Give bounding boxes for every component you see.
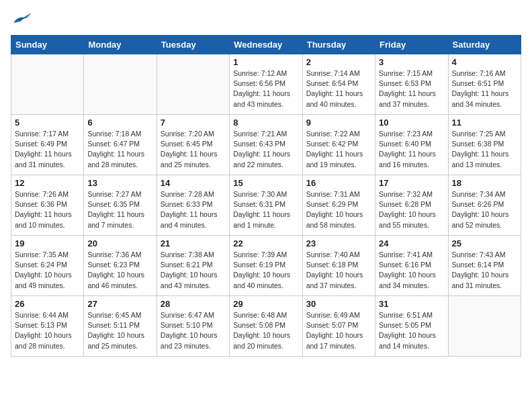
col-header-tuesday: Tuesday (157, 36, 229, 54)
logo-icon (11, 11, 32, 27)
col-header-friday: Friday (375, 36, 448, 54)
day-info: Sunrise: 7:35 AM Sunset: 6:24 PM Dayligh… (15, 250, 80, 291)
week-row-5: 26Sunrise: 6:44 AM Sunset: 5:13 PM Dayli… (11, 296, 521, 357)
day-number: 5 (15, 118, 80, 128)
calendar-cell: 13Sunrise: 7:27 AM Sunset: 6:35 PM Dayli… (84, 175, 157, 236)
calendar-cell: 10Sunrise: 7:23 AM Sunset: 6:40 PM Dayli… (375, 115, 448, 175)
day-number: 10 (379, 118, 444, 128)
day-info: Sunrise: 6:49 AM Sunset: 5:07 PM Dayligh… (306, 310, 371, 351)
col-header-monday: Monday (84, 36, 157, 54)
day-info: Sunrise: 6:47 AM Sunset: 5:10 PM Dayligh… (161, 310, 226, 351)
day-number: 30 (306, 299, 371, 309)
day-info: Sunrise: 7:17 AM Sunset: 6:49 PM Dayligh… (15, 129, 80, 170)
day-info: Sunrise: 7:21 AM Sunset: 6:43 PM Dayligh… (233, 129, 298, 170)
day-info: Sunrise: 7:30 AM Sunset: 6:31 PM Dayligh… (233, 189, 298, 230)
day-info: Sunrise: 7:12 AM Sunset: 6:56 PM Dayligh… (233, 68, 298, 109)
day-number: 26 (15, 299, 80, 309)
week-row-3: 12Sunrise: 7:26 AM Sunset: 6:36 PM Dayli… (11, 175, 521, 236)
day-number: 25 (452, 238, 517, 248)
calendar-cell: 25Sunrise: 7:43 AM Sunset: 6:14 PM Dayli… (448, 236, 521, 296)
day-number: 28 (161, 299, 226, 309)
day-number: 23 (306, 238, 371, 248)
calendar-cell: 22Sunrise: 7:39 AM Sunset: 6:19 PM Dayli… (230, 236, 302, 296)
day-info: Sunrise: 7:28 AM Sunset: 6:33 PM Dayligh… (161, 189, 226, 230)
calendar-cell: 26Sunrise: 6:44 AM Sunset: 5:13 PM Dayli… (11, 296, 84, 357)
calendar-cell: 7Sunrise: 7:20 AM Sunset: 6:45 PM Daylig… (157, 115, 229, 175)
day-number: 31 (379, 299, 444, 309)
day-info: Sunrise: 7:39 AM Sunset: 6:19 PM Dayligh… (233, 250, 298, 291)
calendar-cell: 16Sunrise: 7:31 AM Sunset: 6:29 PM Dayli… (302, 175, 375, 236)
calendar-cell: 23Sunrise: 7:40 AM Sunset: 6:18 PM Dayli… (302, 236, 375, 296)
col-header-wednesday: Wednesday (230, 36, 302, 54)
day-number: 20 (87, 238, 152, 248)
calendar-cell: 3Sunrise: 7:15 AM Sunset: 6:53 PM Daylig… (375, 54, 448, 115)
calendar-cell: 2Sunrise: 7:14 AM Sunset: 6:54 PM Daylig… (302, 54, 375, 115)
calendar-cell: 24Sunrise: 7:41 AM Sunset: 6:16 PM Dayli… (375, 236, 448, 296)
day-number: 21 (161, 238, 226, 248)
day-number: 17 (379, 178, 444, 188)
day-info: Sunrise: 6:48 AM Sunset: 5:08 PM Dayligh… (233, 310, 298, 351)
calendar-cell (448, 296, 521, 357)
calendar-cell: 5Sunrise: 7:17 AM Sunset: 6:49 PM Daylig… (11, 115, 84, 175)
calendar-cell: 27Sunrise: 6:45 AM Sunset: 5:11 PM Dayli… (84, 296, 157, 357)
day-info: Sunrise: 7:23 AM Sunset: 6:40 PM Dayligh… (379, 129, 444, 170)
day-info: Sunrise: 7:18 AM Sunset: 6:47 PM Dayligh… (87, 129, 152, 170)
day-info: Sunrise: 7:16 AM Sunset: 6:51 PM Dayligh… (452, 68, 517, 109)
calendar-cell (11, 54, 84, 115)
day-number: 4 (452, 57, 517, 67)
day-number: 22 (233, 238, 298, 248)
day-number: 27 (87, 299, 152, 309)
calendar-cell: 29Sunrise: 6:48 AM Sunset: 5:08 PM Dayli… (230, 296, 302, 357)
day-number: 9 (306, 118, 371, 128)
col-header-thursday: Thursday (302, 36, 375, 54)
calendar-cell: 14Sunrise: 7:28 AM Sunset: 6:33 PM Dayli… (157, 175, 229, 236)
week-row-1: 1Sunrise: 7:12 AM Sunset: 6:56 PM Daylig… (11, 54, 521, 115)
day-number: 19 (15, 238, 80, 248)
calendar-cell: 1Sunrise: 7:12 AM Sunset: 6:56 PM Daylig… (230, 54, 302, 115)
calendar-table: SundayMondayTuesdayWednesdayThursdayFrid… (11, 35, 521, 357)
day-info: Sunrise: 7:34 AM Sunset: 6:26 PM Dayligh… (452, 189, 517, 230)
day-info: Sunrise: 7:41 AM Sunset: 6:16 PM Dayligh… (379, 250, 444, 291)
calendar-cell: 4Sunrise: 7:16 AM Sunset: 6:51 PM Daylig… (448, 54, 521, 115)
day-number: 13 (87, 178, 152, 188)
day-info: Sunrise: 7:25 AM Sunset: 6:38 PM Dayligh… (452, 129, 517, 170)
day-info: Sunrise: 7:38 AM Sunset: 6:21 PM Dayligh… (161, 250, 226, 291)
day-info: Sunrise: 7:40 AM Sunset: 6:18 PM Dayligh… (306, 250, 371, 291)
day-info: Sunrise: 7:43 AM Sunset: 6:14 PM Dayligh… (452, 250, 517, 291)
day-info: Sunrise: 7:31 AM Sunset: 6:29 PM Dayligh… (306, 189, 371, 230)
day-info: Sunrise: 7:14 AM Sunset: 6:54 PM Dayligh… (306, 68, 371, 109)
day-number: 6 (87, 118, 152, 128)
calendar-cell: 28Sunrise: 6:47 AM Sunset: 5:10 PM Dayli… (157, 296, 229, 357)
calendar-cell: 21Sunrise: 7:38 AM Sunset: 6:21 PM Dayli… (157, 236, 229, 296)
day-info: Sunrise: 7:36 AM Sunset: 6:23 PM Dayligh… (87, 250, 152, 291)
day-number: 14 (161, 178, 226, 188)
calendar-cell: 31Sunrise: 6:51 AM Sunset: 5:05 PM Dayli… (375, 296, 448, 357)
day-info: Sunrise: 7:32 AM Sunset: 6:28 PM Dayligh… (379, 189, 444, 230)
day-info: Sunrise: 7:27 AM Sunset: 6:35 PM Dayligh… (87, 189, 152, 230)
day-number: 7 (161, 118, 226, 128)
calendar-cell (84, 54, 157, 115)
day-number: 16 (306, 178, 371, 188)
day-info: Sunrise: 6:45 AM Sunset: 5:11 PM Dayligh… (87, 310, 152, 351)
calendar-cell: 12Sunrise: 7:26 AM Sunset: 6:36 PM Dayli… (11, 175, 84, 236)
day-info: Sunrise: 6:51 AM Sunset: 5:05 PM Dayligh… (379, 310, 444, 351)
day-number: 29 (233, 299, 298, 309)
day-number: 3 (379, 57, 444, 67)
day-number: 24 (379, 238, 444, 248)
day-number: 15 (233, 178, 298, 188)
calendar-cell: 11Sunrise: 7:25 AM Sunset: 6:38 PM Dayli… (448, 115, 521, 175)
calendar-cell: 17Sunrise: 7:32 AM Sunset: 6:28 PM Dayli… (375, 175, 448, 236)
day-number: 12 (15, 178, 80, 188)
day-number: 2 (306, 57, 371, 67)
calendar-cell: 18Sunrise: 7:34 AM Sunset: 6:26 PM Dayli… (448, 175, 521, 236)
day-number: 8 (233, 118, 298, 128)
logo (11, 11, 34, 27)
day-number: 1 (233, 57, 298, 67)
calendar-cell: 6Sunrise: 7:18 AM Sunset: 6:47 PM Daylig… (84, 115, 157, 175)
day-info: Sunrise: 7:22 AM Sunset: 6:42 PM Dayligh… (306, 129, 371, 170)
calendar-cell: 15Sunrise: 7:30 AM Sunset: 6:31 PM Dayli… (230, 175, 302, 236)
calendar-cell (157, 54, 229, 115)
calendar-header-row: SundayMondayTuesdayWednesdayThursdayFrid… (11, 36, 521, 54)
week-row-2: 5Sunrise: 7:17 AM Sunset: 6:49 PM Daylig… (11, 115, 521, 175)
day-info: Sunrise: 7:20 AM Sunset: 6:45 PM Dayligh… (161, 129, 226, 170)
